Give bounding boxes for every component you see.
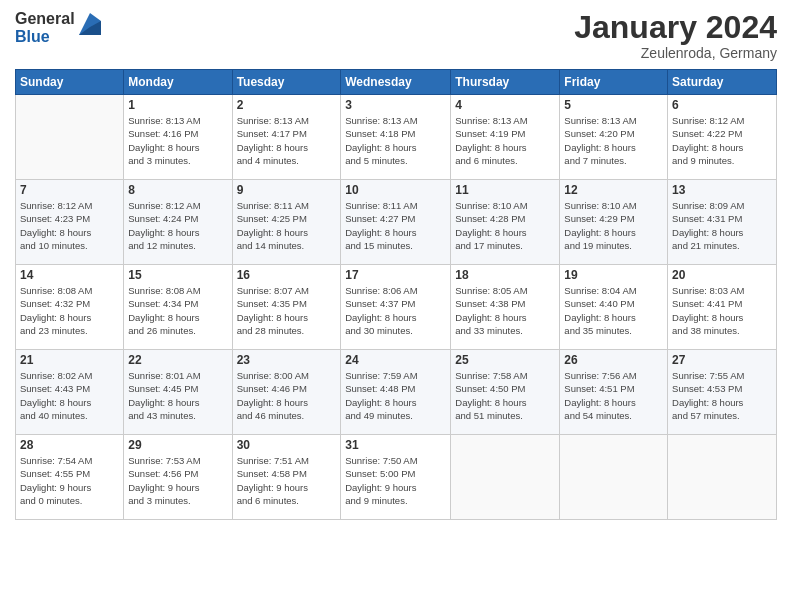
day-info: Sunrise: 7:58 AM Sunset: 4:50 PM Dayligh…: [455, 369, 555, 422]
day-info: Sunrise: 8:07 AM Sunset: 4:35 PM Dayligh…: [237, 284, 337, 337]
day-number: 4: [455, 98, 555, 112]
table-cell: 16Sunrise: 8:07 AM Sunset: 4:35 PM Dayli…: [232, 265, 341, 350]
logo-general-text: General: [15, 10, 75, 28]
day-info: Sunrise: 8:00 AM Sunset: 4:46 PM Dayligh…: [237, 369, 337, 422]
day-number: 22: [128, 353, 227, 367]
table-cell: 20Sunrise: 8:03 AM Sunset: 4:41 PM Dayli…: [668, 265, 777, 350]
day-info: Sunrise: 8:12 AM Sunset: 4:24 PM Dayligh…: [128, 199, 227, 252]
weekday-header-row: Sunday Monday Tuesday Wednesday Thursday…: [16, 70, 777, 95]
table-cell: 11Sunrise: 8:10 AM Sunset: 4:28 PM Dayli…: [451, 180, 560, 265]
table-cell: 10Sunrise: 8:11 AM Sunset: 4:27 PM Dayli…: [341, 180, 451, 265]
day-info: Sunrise: 7:55 AM Sunset: 4:53 PM Dayligh…: [672, 369, 772, 422]
day-number: 10: [345, 183, 446, 197]
table-cell: 29Sunrise: 7:53 AM Sunset: 4:56 PM Dayli…: [124, 435, 232, 520]
calendar-page: General Blue January 2024 Zeulenroda, Ge…: [0, 0, 792, 612]
day-number: 31: [345, 438, 446, 452]
day-number: 12: [564, 183, 663, 197]
day-info: Sunrise: 8:13 AM Sunset: 4:18 PM Dayligh…: [345, 114, 446, 167]
header-sunday: Sunday: [16, 70, 124, 95]
day-info: Sunrise: 8:11 AM Sunset: 4:27 PM Dayligh…: [345, 199, 446, 252]
day-number: 14: [20, 268, 119, 282]
logo: General Blue: [15, 10, 101, 45]
table-cell: 13Sunrise: 8:09 AM Sunset: 4:31 PM Dayli…: [668, 180, 777, 265]
table-cell: 7Sunrise: 8:12 AM Sunset: 4:23 PM Daylig…: [16, 180, 124, 265]
day-info: Sunrise: 8:13 AM Sunset: 4:16 PM Dayligh…: [128, 114, 227, 167]
table-cell: 17Sunrise: 8:06 AM Sunset: 4:37 PM Dayli…: [341, 265, 451, 350]
table-cell: 6Sunrise: 8:12 AM Sunset: 4:22 PM Daylig…: [668, 95, 777, 180]
day-info: Sunrise: 8:10 AM Sunset: 4:28 PM Dayligh…: [455, 199, 555, 252]
day-number: 28: [20, 438, 119, 452]
day-number: 23: [237, 353, 337, 367]
week-row-5: 28Sunrise: 7:54 AM Sunset: 4:55 PM Dayli…: [16, 435, 777, 520]
day-number: 1: [128, 98, 227, 112]
table-cell: 25Sunrise: 7:58 AM Sunset: 4:50 PM Dayli…: [451, 350, 560, 435]
table-cell: [560, 435, 668, 520]
table-cell: 2Sunrise: 8:13 AM Sunset: 4:17 PM Daylig…: [232, 95, 341, 180]
week-row-4: 21Sunrise: 8:02 AM Sunset: 4:43 PM Dayli…: [16, 350, 777, 435]
table-cell: 14Sunrise: 8:08 AM Sunset: 4:32 PM Dayli…: [16, 265, 124, 350]
day-number: 13: [672, 183, 772, 197]
logo-blue-text: Blue: [15, 28, 75, 46]
table-cell: 23Sunrise: 8:00 AM Sunset: 4:46 PM Dayli…: [232, 350, 341, 435]
day-info: Sunrise: 7:51 AM Sunset: 4:58 PM Dayligh…: [237, 454, 337, 507]
day-number: 18: [455, 268, 555, 282]
day-info: Sunrise: 8:13 AM Sunset: 4:20 PM Dayligh…: [564, 114, 663, 167]
week-row-1: 1Sunrise: 8:13 AM Sunset: 4:16 PM Daylig…: [16, 95, 777, 180]
day-number: 5: [564, 98, 663, 112]
table-cell: 27Sunrise: 7:55 AM Sunset: 4:53 PM Dayli…: [668, 350, 777, 435]
day-info: Sunrise: 7:54 AM Sunset: 4:55 PM Dayligh…: [20, 454, 119, 507]
table-cell: 18Sunrise: 8:05 AM Sunset: 4:38 PM Dayli…: [451, 265, 560, 350]
day-number: 6: [672, 98, 772, 112]
day-info: Sunrise: 8:12 AM Sunset: 4:23 PM Dayligh…: [20, 199, 119, 252]
day-info: Sunrise: 8:08 AM Sunset: 4:34 PM Dayligh…: [128, 284, 227, 337]
day-info: Sunrise: 8:13 AM Sunset: 4:17 PM Dayligh…: [237, 114, 337, 167]
day-info: Sunrise: 8:04 AM Sunset: 4:40 PM Dayligh…: [564, 284, 663, 337]
day-info: Sunrise: 8:02 AM Sunset: 4:43 PM Dayligh…: [20, 369, 119, 422]
day-info: Sunrise: 8:09 AM Sunset: 4:31 PM Dayligh…: [672, 199, 772, 252]
day-info: Sunrise: 8:05 AM Sunset: 4:38 PM Dayligh…: [455, 284, 555, 337]
table-cell: 15Sunrise: 8:08 AM Sunset: 4:34 PM Dayli…: [124, 265, 232, 350]
day-info: Sunrise: 7:56 AM Sunset: 4:51 PM Dayligh…: [564, 369, 663, 422]
day-number: 11: [455, 183, 555, 197]
month-title: January 2024: [574, 10, 777, 45]
table-cell: 22Sunrise: 8:01 AM Sunset: 4:45 PM Dayli…: [124, 350, 232, 435]
day-number: 30: [237, 438, 337, 452]
day-info: Sunrise: 7:59 AM Sunset: 4:48 PM Dayligh…: [345, 369, 446, 422]
day-info: Sunrise: 8:13 AM Sunset: 4:19 PM Dayligh…: [455, 114, 555, 167]
day-number: 3: [345, 98, 446, 112]
header: General Blue January 2024 Zeulenroda, Ge…: [15, 10, 777, 61]
table-cell: 26Sunrise: 7:56 AM Sunset: 4:51 PM Dayli…: [560, 350, 668, 435]
table-cell: 30Sunrise: 7:51 AM Sunset: 4:58 PM Dayli…: [232, 435, 341, 520]
table-cell: [16, 95, 124, 180]
location: Zeulenroda, Germany: [574, 45, 777, 61]
day-number: 9: [237, 183, 337, 197]
week-row-3: 14Sunrise: 8:08 AM Sunset: 4:32 PM Dayli…: [16, 265, 777, 350]
day-info: Sunrise: 8:03 AM Sunset: 4:41 PM Dayligh…: [672, 284, 772, 337]
day-number: 27: [672, 353, 772, 367]
header-saturday: Saturday: [668, 70, 777, 95]
day-number: 7: [20, 183, 119, 197]
table-cell: 4Sunrise: 8:13 AM Sunset: 4:19 PM Daylig…: [451, 95, 560, 180]
calendar-table: Sunday Monday Tuesday Wednesday Thursday…: [15, 69, 777, 520]
day-number: 26: [564, 353, 663, 367]
day-number: 2: [237, 98, 337, 112]
day-info: Sunrise: 8:11 AM Sunset: 4:25 PM Dayligh…: [237, 199, 337, 252]
table-cell: 28Sunrise: 7:54 AM Sunset: 4:55 PM Dayli…: [16, 435, 124, 520]
table-cell: 12Sunrise: 8:10 AM Sunset: 4:29 PM Dayli…: [560, 180, 668, 265]
logo-icon: [79, 13, 101, 35]
day-info: Sunrise: 8:12 AM Sunset: 4:22 PM Dayligh…: [672, 114, 772, 167]
table-cell: 5Sunrise: 8:13 AM Sunset: 4:20 PM Daylig…: [560, 95, 668, 180]
header-thursday: Thursday: [451, 70, 560, 95]
day-number: 16: [237, 268, 337, 282]
table-cell: 3Sunrise: 8:13 AM Sunset: 4:18 PM Daylig…: [341, 95, 451, 180]
day-number: 29: [128, 438, 227, 452]
header-tuesday: Tuesday: [232, 70, 341, 95]
day-info: Sunrise: 8:08 AM Sunset: 4:32 PM Dayligh…: [20, 284, 119, 337]
day-number: 19: [564, 268, 663, 282]
day-info: Sunrise: 8:01 AM Sunset: 4:45 PM Dayligh…: [128, 369, 227, 422]
table-cell: 31Sunrise: 7:50 AM Sunset: 5:00 PM Dayli…: [341, 435, 451, 520]
day-info: Sunrise: 8:10 AM Sunset: 4:29 PM Dayligh…: [564, 199, 663, 252]
day-number: 20: [672, 268, 772, 282]
day-number: 21: [20, 353, 119, 367]
day-number: 8: [128, 183, 227, 197]
